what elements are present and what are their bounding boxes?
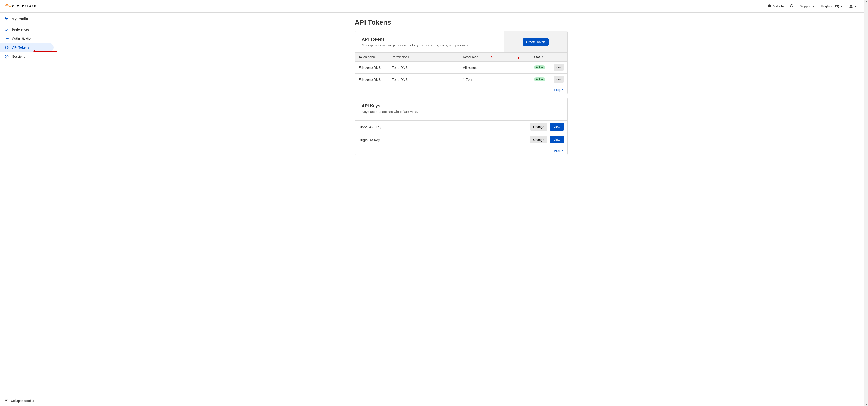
collapse-label: Collapse sidebar — [11, 399, 34, 403]
support-label: Support — [800, 4, 811, 8]
key-name: Global API Key — [359, 125, 381, 129]
sidebar-nav: Preferences Authentication API Tokens — [0, 25, 54, 61]
svg-point-1 — [790, 4, 793, 7]
key-icon — [4, 36, 8, 40]
user-menu[interactable] — [849, 4, 857, 8]
help-label: Help — [554, 88, 561, 92]
cloud-icon — [3, 4, 12, 9]
cell-resources: 1 Zone — [463, 78, 534, 81]
scroll-down-icon — [865, 404, 867, 405]
language-menu[interactable]: English (US) — [821, 4, 843, 8]
card-header: API Keys Keys used to access Cloudflare … — [355, 98, 567, 118]
card-action-area: Create Token — [504, 31, 567, 53]
status-badge: Active — [534, 77, 545, 81]
help-link[interactable]: Help — [554, 88, 564, 92]
scroll-up-icon — [865, 1, 867, 2]
cell-token-name: Edit zone DNS — [359, 78, 392, 81]
row-actions-button[interactable]: ••• — [554, 64, 564, 70]
pencil-icon — [4, 27, 8, 31]
card-footer: Help — [355, 86, 567, 94]
sidebar-title: My Profile — [12, 17, 28, 21]
card-subtitle: Manage access and permissions for your a… — [362, 43, 497, 47]
plus-circle-icon — [767, 4, 771, 8]
col-header-name: Token name — [359, 55, 392, 59]
help-link[interactable]: Help — [554, 149, 564, 152]
chevron-right-icon — [562, 149, 564, 152]
col-header-status: Status — [534, 55, 553, 59]
card-header: API Tokens Manage access and permissions… — [355, 31, 504, 53]
table-header: Token name Permissions Resources Status — [355, 53, 567, 61]
sidebar-item-label: API Tokens — [12, 46, 29, 49]
api-keys-card: API Keys Keys used to access Cloudflare … — [355, 98, 567, 155]
chevron-right-icon — [562, 88, 564, 92]
table-row: Edit zone DNS Zone.DNS 1 Zone Active ••• — [355, 74, 567, 86]
sidebar-item-sessions[interactable]: Sessions — [0, 52, 54, 61]
cell-permissions: Zone.DNS — [392, 66, 463, 69]
sidebar-item-authentication[interactable]: Authentication — [0, 34, 54, 43]
sidebar-item-label: Authentication — [12, 37, 32, 40]
view-button[interactable]: View — [550, 136, 564, 143]
key-name: Origin CA Key — [359, 138, 380, 142]
help-label: Help — [554, 149, 561, 152]
chevron-double-left-icon — [4, 399, 8, 403]
caret-down-icon — [813, 6, 815, 7]
view-button[interactable]: View — [550, 123, 564, 130]
topbar-right: Add site Support English (US) — [767, 4, 865, 8]
support-menu[interactable]: Support — [800, 4, 815, 8]
svg-point-3 — [5, 38, 6, 39]
row-actions-button[interactable]: ••• — [554, 76, 564, 83]
caret-down-icon — [855, 6, 857, 7]
add-site-label: Add site — [772, 4, 784, 8]
col-header-resources: Resources — [463, 55, 534, 59]
table-row: Edit zone DNS Zone.DNS All zones Active … — [355, 61, 567, 74]
api-tokens-card: API Tokens Manage access and permissions… — [355, 31, 567, 94]
cell-resources: All zones — [463, 66, 534, 69]
sidebar-item-label: Sessions — [12, 55, 25, 58]
sidebar-header: My Profile — [0, 13, 54, 25]
change-button[interactable]: Change — [530, 136, 548, 143]
sidebar: My Profile Preferences Authentication — [0, 13, 54, 406]
svg-point-2 — [850, 4, 852, 6]
clock-icon — [4, 55, 8, 59]
card-subtitle: Keys used to access Cloudflare APIs. — [362, 110, 561, 114]
cell-permissions: Zone.DNS — [392, 78, 463, 81]
change-button[interactable]: Change — [530, 123, 548, 130]
sidebar-item-label: Preferences — [12, 28, 29, 31]
sidebar-item-preferences[interactable]: Preferences — [0, 25, 54, 34]
search-button[interactable] — [790, 4, 794, 8]
caret-down-icon — [840, 6, 843, 7]
scrollbar[interactable] — [864, 0, 868, 406]
add-site-button[interactable]: Add site — [767, 4, 784, 8]
page-title: API Tokens — [355, 19, 567, 26]
col-header-permissions: Permissions — [392, 55, 463, 59]
create-token-button[interactable]: Create Token — [523, 38, 549, 46]
back-arrow-icon[interactable] — [4, 16, 8, 21]
topbar: CLOUDFLARE Add site Support English (US) — [0, 0, 868, 13]
key-row: Global API Key Change View — [355, 120, 567, 133]
card-title: API Tokens — [362, 37, 497, 42]
search-icon — [790, 4, 794, 8]
sidebar-item-api-tokens[interactable]: API Tokens — [0, 43, 54, 52]
content-area: My Profile Preferences Authentication — [0, 13, 868, 406]
card-title: API Keys — [362, 104, 561, 108]
brand-logo[interactable]: CLOUDFLARE — [3, 4, 37, 9]
braces-icon — [4, 46, 8, 50]
collapse-sidebar-button[interactable]: Collapse sidebar — [0, 395, 54, 406]
main: API Tokens API Tokens Manage access and … — [54, 13, 868, 406]
language-label: English (US) — [821, 4, 839, 8]
brand-text: CLOUDFLARE — [12, 5, 37, 8]
key-row: Origin CA Key Change View — [355, 133, 567, 146]
cell-token-name: Edit zone DNS — [359, 66, 392, 69]
user-icon — [849, 4, 853, 8]
card-footer: Help — [355, 146, 567, 155]
status-badge: Active — [534, 65, 545, 69]
